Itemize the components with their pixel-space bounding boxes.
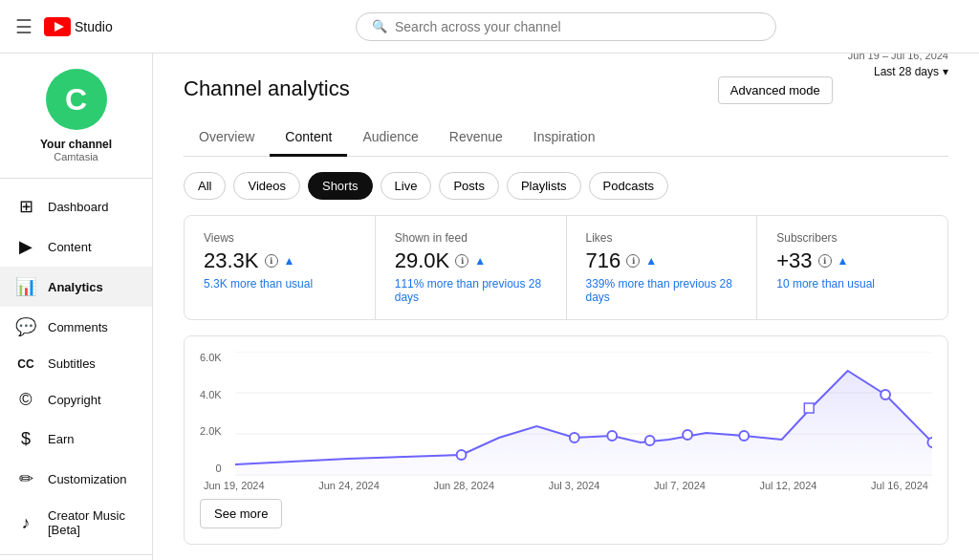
- date-period-label: Last 28 days: [874, 65, 939, 78]
- analytics-tabs: Overview Content Audience Revenue Inspir…: [184, 119, 948, 157]
- filter-posts[interactable]: Posts: [439, 172, 499, 200]
- subtitles-icon: CC: [15, 357, 36, 371]
- metric-views: Views 23.3K ℹ ▲ 5.3K more than usual: [185, 216, 376, 319]
- sidebar-item-label: Dashboard: [48, 200, 109, 214]
- views-change: 5.3K more than usual: [204, 277, 356, 291]
- topbar: ☰ Studio 🔍: [0, 0, 979, 54]
- chart-body: [235, 352, 932, 476]
- svg-point-13: [881, 390, 890, 399]
- svg-point-6: [456, 450, 466, 460]
- views-info-icon[interactable]: ℹ: [265, 254, 278, 268]
- svg-point-14: [927, 438, 932, 447]
- chart-dates: Jun 19, 2024 Jun 24, 2024 Jun 28, 2024 J…: [200, 480, 932, 491]
- search-area: 🔍: [168, 12, 964, 41]
- copyright-icon: ©: [15, 390, 36, 410]
- chart-line: [235, 352, 932, 476]
- feed-value: 29.0K ℹ ▲: [395, 248, 547, 273]
- tab-revenue[interactable]: Revenue: [434, 119, 518, 157]
- svg-rect-12: [804, 403, 814, 413]
- svg-point-10: [683, 430, 692, 440]
- earn-icon: $: [15, 429, 36, 449]
- filter-podcasts[interactable]: Podcasts: [589, 172, 668, 200]
- content-icon: ▶: [15, 236, 36, 257]
- logo: Studio: [44, 17, 113, 36]
- filter-all[interactable]: All: [184, 172, 226, 200]
- sidebar-item-dashboard[interactable]: ⊞ Dashboard: [0, 186, 152, 226]
- tab-overview[interactable]: Overview: [184, 119, 270, 157]
- page-header: Channel analytics Advanced mode Jun 19 –…: [184, 76, 948, 104]
- hamburger-icon[interactable]: ☰: [15, 15, 33, 38]
- sidebar-item-label: Analytics: [48, 280, 103, 294]
- sidebar-item-label: Customization: [48, 472, 126, 486]
- see-more-button[interactable]: See more: [200, 499, 282, 528]
- sidebar-item-earn[interactable]: $ Earn: [0, 420, 152, 459]
- search-input[interactable]: [395, 19, 760, 34]
- tab-content[interactable]: Content: [270, 119, 347, 157]
- avatar: C: [46, 69, 107, 130]
- chart-y-axis: 6.0K 4.0K 2.0K 0: [200, 352, 228, 476]
- subs-info-icon[interactable]: ℹ: [818, 254, 832, 268]
- nav-items: ⊞ Dashboard ▶ Content 📊 Analytics 💬 Comm…: [0, 179, 152, 554]
- channel-name: Your channel: [40, 138, 112, 151]
- sidebar-item-customization[interactable]: ✏ Customization: [0, 459, 152, 499]
- sidebar-item-label: Content: [48, 240, 92, 254]
- svg-point-7: [570, 433, 579, 442]
- date-picker[interactable]: Jun 19 – Jul 16, 2024 Last 28 days ▾: [848, 54, 948, 78]
- sidebar-item-label: Comments: [48, 320, 108, 334]
- analytics-chart: 6.0K 4.0K 2.0K 0: [184, 335, 948, 545]
- filter-shorts[interactable]: Shorts: [308, 172, 373, 200]
- search-icon: 🔍: [372, 19, 387, 33]
- views-value: 23.3K ℹ ▲: [204, 248, 356, 273]
- sidebar-item-subtitles[interactable]: CC Subtitles: [0, 347, 152, 380]
- main-content: Channel analytics Advanced mode Jun 19 –…: [153, 54, 979, 560]
- tab-audience[interactable]: Audience: [347, 119, 433, 157]
- subs-up-icon: ▲: [838, 254, 849, 268]
- date-range-label: Jun 19 – Jul 16, 2024: [848, 54, 948, 61]
- sidebar-item-copyright[interactable]: © Copyright: [0, 380, 152, 420]
- sidebar-item-creator-music[interactable]: ♪ Creator Music [Beta]: [0, 499, 152, 547]
- sidebar-item-analytics[interactable]: 📊 Analytics: [0, 267, 152, 307]
- sidebar-item-comments[interactable]: 💬 Comments: [0, 307, 152, 347]
- youtube-icon: [44, 17, 71, 36]
- dashboard-icon: ⊞: [15, 196, 36, 217]
- main-layout: C Your channel Camtasia ⊞ Dashboard ▶ Co…: [0, 54, 979, 560]
- subs-change: 10 more than usual: [776, 277, 928, 291]
- filter-pills: All Videos Shorts Live Posts Playlists P…: [184, 172, 948, 200]
- customization-icon: ✏: [15, 468, 36, 489]
- comments-icon: 💬: [15, 316, 36, 337]
- filter-playlists[interactable]: Playlists: [507, 172, 581, 200]
- feed-up-icon: ▲: [474, 254, 486, 268]
- likes-info-icon[interactable]: ℹ: [626, 254, 640, 268]
- feed-info-icon[interactable]: ℹ: [455, 254, 468, 268]
- sidebar-item-content[interactable]: ▶ Content: [0, 226, 152, 267]
- svg-point-8: [607, 431, 617, 441]
- filter-live[interactable]: Live: [381, 172, 432, 200]
- views-up-icon: ▲: [284, 254, 295, 268]
- metric-subscribers: Subscribers +33 ℹ ▲ 10 more than usual: [757, 216, 947, 319]
- sidebar-item-label: Copyright: [48, 393, 101, 407]
- sidebar-item-settings[interactable]: ⚙ Settings: [0, 555, 152, 560]
- studio-label: Studio: [75, 19, 113, 34]
- sidebar-item-label: Earn: [48, 432, 74, 446]
- views-label: Views: [204, 231, 356, 245]
- svg-point-9: [644, 436, 654, 445]
- topbar-left: ☰ Studio: [15, 15, 168, 38]
- analytics-icon: 📊: [15, 276, 36, 297]
- metric-likes: Likes 716 ℹ ▲ 339% more than previous 28…: [567, 216, 758, 319]
- tab-inspiration[interactable]: Inspiration: [518, 119, 611, 157]
- search-bar: 🔍: [356, 12, 776, 41]
- advanced-mode-button[interactable]: Advanced mode: [718, 76, 833, 104]
- sidebar-bottom: ⚙ Settings ✉ Send feedback: [0, 554, 152, 560]
- metrics-row: Views 23.3K ℹ ▲ 5.3K more than usual Sho…: [184, 215, 948, 320]
- feed-change: 111% more than previous 28 days: [395, 277, 547, 304]
- chevron-down-icon: ▾: [943, 65, 948, 78]
- music-icon: ♪: [15, 513, 36, 533]
- likes-up-icon: ▲: [645, 254, 657, 268]
- filter-videos[interactable]: Videos: [233, 172, 300, 200]
- likes-label: Likes: [586, 231, 738, 245]
- likes-value: 716 ℹ ▲: [586, 248, 738, 273]
- page-title: Channel analytics: [184, 76, 350, 101]
- likes-change: 339% more than previous 28 days: [586, 277, 738, 304]
- subs-label: Subscribers: [776, 231, 928, 245]
- sidebar-item-label: Creator Music [Beta]: [48, 508, 137, 537]
